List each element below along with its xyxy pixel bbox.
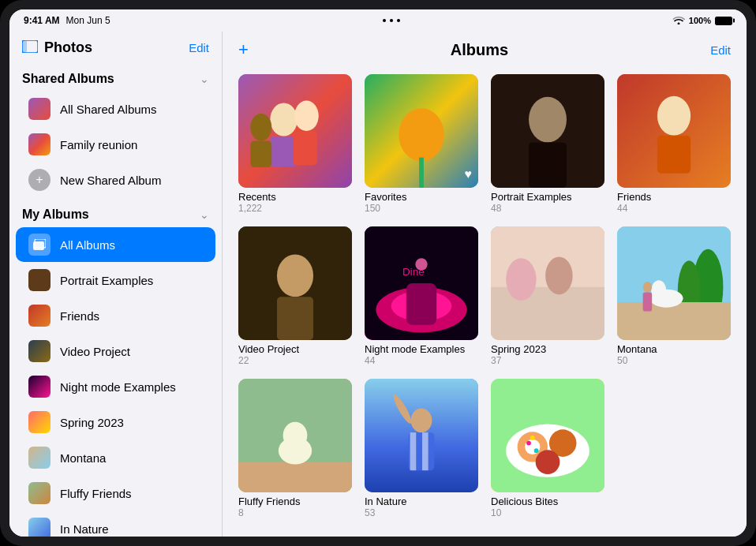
svg-text:Dine: Dine [402,266,425,278]
main-content: Photos Edit Shared Albums ⌄ All Shared A… [9,32,747,537]
svg-point-6 [294,101,319,131]
album-fluffy-count: 8 [238,507,352,518]
battery-fill [716,17,732,24]
album-video-count: 22 [238,355,352,366]
status-bar-left: 9:41 AM Mon Jun 5 [24,15,110,26]
sidebar-item-portrait[interactable]: Portrait Examples [16,263,215,297]
status-bar: 9:41 AM Mon Jun 5 100% [9,9,747,32]
spring-icon [28,411,51,433]
sidebar-header: Photos Edit [9,32,222,62]
svg-rect-25 [238,226,352,340]
wifi-icon [672,15,685,26]
nightmode-icon [28,376,51,398]
all-shared-label: All Shared Albums [60,103,157,116]
album-video-thumb [238,226,352,340]
all-albums-label: All Albums [60,238,115,252]
svg-rect-46 [238,462,352,492]
status-date: Mon Jun 5 [66,15,110,26]
sidebar-item-nightmode[interactable]: Night mode Examples [16,369,215,404]
sidebar: Photos Edit Shared Albums ⌄ All Shared A… [9,32,223,537]
svg-rect-10 [250,140,271,167]
right-panel: + Albums Edit [223,32,747,537]
album-bites-thumb [491,379,604,492]
album-nightmode-name: Night mode Examples [365,343,478,355]
svg-point-65 [534,448,539,453]
sidebar-edit-button[interactable]: Edit [189,41,209,54]
album-portrait[interactable]: Portrait Examples 48 [491,74,604,214]
albums-grid: Recents 1,222 [223,68,747,534]
album-montana-count: 50 [617,355,731,366]
album-fluffy[interactable]: Fluffy Friends 8 [238,379,352,518]
battery-icon [715,17,732,25]
album-bites-name: Delicious Bites [491,496,604,507]
albums-edit-button[interactable]: Edit [710,43,731,57]
album-portrait-thumb [491,74,604,188]
my-albums-chevron: ⌄ [200,208,209,221]
album-montana[interactable]: Montana 50 [617,226,731,366]
family-reunion-icon [28,133,51,155]
album-friends-count: 44 [617,203,731,214]
right-header-left: + [238,39,249,60]
portrait-icon [28,269,51,291]
album-nightmode[interactable]: Dine Night mode Examples 44 [365,226,478,366]
my-albums-title: My Albums [22,208,89,222]
album-nightmode-thumb: Dine [365,226,478,340]
sidebar-item-nature[interactable]: In Nature [16,511,215,537]
sidebar-item-family-reunion[interactable]: Family reunion [16,127,215,162]
sidebar-item-all-albums[interactable]: All Albums [16,227,215,262]
sidebar-item-spring[interactable]: Spring 2023 [16,405,215,439]
status-bar-center [383,19,400,22]
sidebar-item-all-shared[interactable]: All Shared Albums [16,92,215,126]
album-favorites[interactable]: ♥ Favorites 150 [365,74,478,214]
svg-rect-54 [410,432,417,470]
album-friends-name: Friends [617,191,731,203]
sidebar-item-fluffy[interactable]: Fluffy Friends [16,476,215,510]
sidebar-item-montana[interactable]: Montana [16,440,215,475]
svg-rect-36 [491,226,604,340]
albums-title: Albums [249,41,710,59]
album-fluffy-thumb [238,379,352,492]
fluffy-icon [28,482,51,504]
album-friends-thumb [617,74,731,188]
sidebar-item-video[interactable]: Video Project [16,334,215,368]
album-recents-thumb [238,74,352,188]
right-header-right: Edit [710,43,731,57]
spring-label: Spring 2023 [60,416,124,429]
video-label: Video Project [60,345,130,358]
add-album-button[interactable]: + [238,39,249,60]
svg-point-5 [270,103,298,136]
album-video-name: Video Project [238,343,352,355]
add-shared-album-item[interactable]: + New Shared Album [16,163,215,197]
album-nature-count: 53 [365,507,478,518]
portrait-label: Portrait Examples [60,274,153,287]
svg-rect-18 [491,74,604,188]
album-video[interactable]: Video Project 22 [238,226,352,366]
add-shared-label: New Shared Album [60,174,161,187]
battery-percentage: 100% [689,16,711,25]
svg-point-52 [411,408,432,432]
status-bar-right: 100% [672,15,732,26]
dot1 [383,19,386,22]
album-recents[interactable]: Recents 1,222 [238,74,352,214]
album-portrait-count: 48 [491,203,604,214]
svg-rect-21 [657,136,691,174]
shared-albums-section-header: Shared Albums ⌄ [9,62,222,91]
album-bites[interactable]: Delicious Bites 10 [491,379,604,518]
svg-rect-9 [293,131,317,165]
svg-rect-14 [419,158,424,188]
montana-label: Montana [60,451,106,465]
album-friends[interactable]: Friends 44 [617,74,731,214]
right-header: + Albums Edit [223,32,747,68]
album-recents-count: 1,222 [238,203,352,214]
svg-point-42 [651,280,666,301]
nature-label: In Nature [60,522,109,536]
svg-rect-1 [22,40,27,53]
album-nature[interactable]: In Nature 53 [365,379,478,518]
sidebar-title: Photos [44,39,92,56]
album-favorites-count: 150 [365,203,478,214]
sidebar-toggle-button[interactable] [22,40,38,55]
svg-point-63 [536,450,560,474]
sidebar-item-friends[interactable]: Friends [16,298,215,333]
my-albums-section-header: My Albums ⌄ [9,198,222,226]
album-spring[interactable]: Spring 2023 37 [491,226,604,366]
